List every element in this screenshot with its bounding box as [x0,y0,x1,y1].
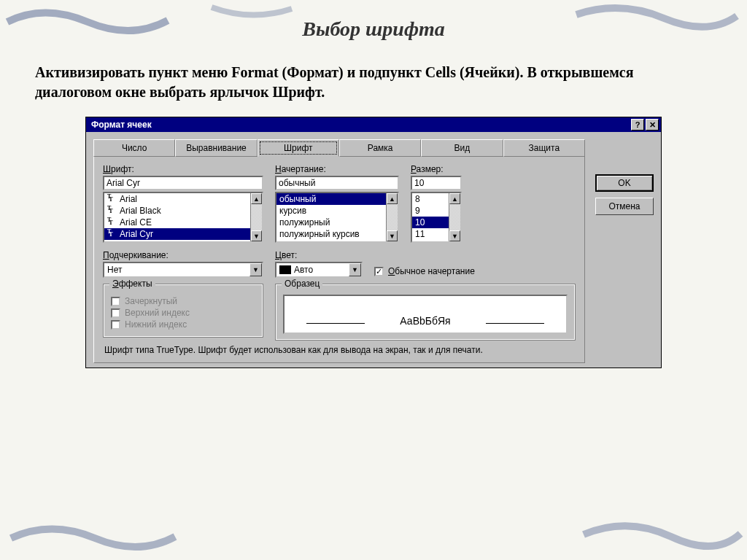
truetype-icon [107,230,117,238]
tab-border[interactable]: Рамка [339,139,421,157]
cancel-button[interactable]: Отмена [595,198,654,215]
font-listbox[interactable]: Arial Arial Black Arial CE Arial Cyr ▲ [103,192,263,243]
strikethrough-label: Зачеркнутый [125,296,177,306]
size-scrollbar[interactable]: ▲ ▼ [449,193,460,241]
scroll-down-icon[interactable]: ▼ [387,230,398,241]
font-option-arial-cyr[interactable]: Arial Cyr [104,228,250,240]
underline-label: Подчеркивание: [103,250,263,260]
sample-group: Образец АаВbБбЯя [275,284,576,341]
style-option-regular[interactable]: обычный [276,193,386,205]
size-option-10[interactable]: 10 [412,217,449,228]
scroll-up-icon[interactable]: ▲ [387,193,398,204]
style-scrollbar[interactable]: ▲ ▼ [386,193,398,241]
font-label: Шрифт: [103,164,263,174]
scroll-down-icon[interactable]: ▼ [449,230,460,241]
superscript-label: Верхний индекс [125,308,190,318]
tab-view[interactable]: Вид [421,139,503,157]
normal-font-label: Обычное начертание [388,266,475,276]
truetype-icon [107,195,117,203]
color-swatch [279,265,291,274]
size-option-8[interactable]: 8 [412,193,449,205]
dialog-title: Формат ячеек [88,120,630,130]
style-option-bold-italic[interactable]: полужирный курсив [276,228,386,240]
tab-number[interactable]: Число [93,139,175,157]
sample-preview: АаВbБбЯя [283,295,568,334]
style-label: Начертание: [275,164,399,174]
tab-strip: Число Выравнивание Шрифт Рамка Вид Защит… [93,139,585,157]
ok-button[interactable]: OK [595,174,654,192]
style-option-bold[interactable]: полужирный [276,217,386,228]
scroll-down-icon[interactable]: ▼ [251,230,262,241]
truetype-icon [107,218,117,227]
truetype-icon [107,206,117,215]
strikethrough-checkbox[interactable] [111,297,120,306]
sample-legend: Образец [282,279,322,289]
size-option-9[interactable]: 9 [412,205,449,217]
color-label: Цвет: [275,250,363,260]
style-input[interactable]: обычный [275,176,399,190]
subscript-checkbox[interactable] [111,320,120,330]
scroll-up-icon[interactable]: ▲ [449,193,460,204]
superscript-checkbox[interactable] [111,308,120,318]
effects-group: Эффекты Зачеркнутый Верхний индекс [103,284,263,338]
font-scrollbar[interactable]: ▲ ▼ [250,193,262,241]
font-option-arial-ce[interactable]: Arial CE [104,217,250,228]
color-dropdown[interactable]: Авто ▼ [275,262,363,278]
help-button[interactable]: ? [631,119,644,131]
chevron-down-icon[interactable]: ▼ [249,263,262,276]
truetype-hint: Шрифт типа TrueType. Шрифт будет использ… [103,341,576,355]
tab-protection[interactable]: Защита [503,139,585,157]
tab-alignment[interactable]: Выравнивание [175,139,257,157]
style-listbox[interactable]: обычный курсив полужирный полужирный кур… [275,192,399,243]
format-cells-dialog: Формат ячеек ? ✕ Число Выравнивание Шриф… [85,117,662,368]
font-option-arial-black[interactable]: Arial Black [104,205,250,217]
chevron-down-icon[interactable]: ▼ [349,263,361,276]
normal-font-checkbox[interactable]: ✓ [374,267,384,276]
dialog-titlebar[interactable]: Формат ячеек ? ✕ [86,117,661,132]
slide-paragraph: Активизировать пункт меню Format (Формат… [35,63,712,102]
scroll-up-icon[interactable]: ▲ [251,193,262,204]
size-input[interactable]: 10 [411,176,462,190]
close-button[interactable]: ✕ [646,119,659,131]
font-option-arial[interactable]: Arial [104,193,250,205]
underline-dropdown[interactable]: Нет ▼ [103,262,263,278]
size-option-11[interactable]: 11 [412,228,449,240]
size-listbox[interactable]: 8 9 10 11 ▲ ▼ [411,192,462,243]
effects-legend: Эффекты [109,279,155,289]
subscript-label: Нижний индекс [125,319,187,330]
style-option-italic[interactable]: курсив [276,205,386,217]
font-input[interactable]: Arial Cyr [103,176,263,190]
size-label: Размер: [411,164,462,174]
tab-font[interactable]: Шрифт [258,139,339,157]
